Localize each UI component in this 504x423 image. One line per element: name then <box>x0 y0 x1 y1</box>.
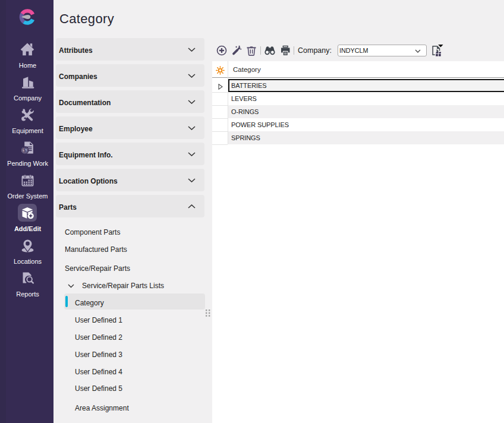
svg-text:$: $ <box>23 147 26 153</box>
